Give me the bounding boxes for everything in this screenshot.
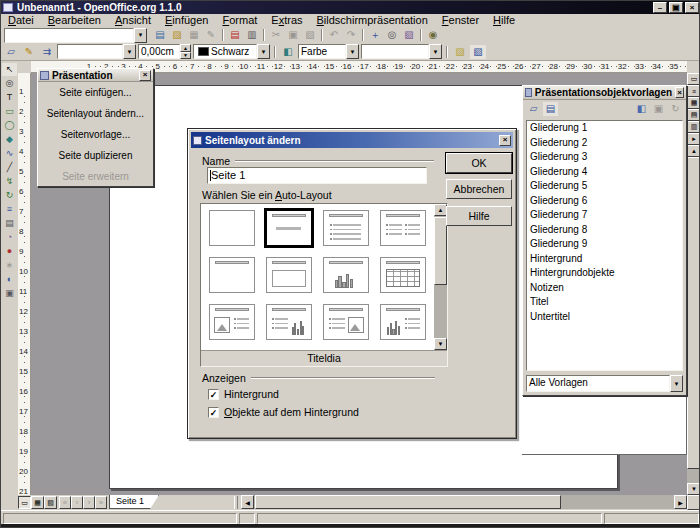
style-filter-dropdown-icon[interactable]: ▼	[670, 375, 683, 392]
line-style-combobox[interactable]: ▼	[57, 44, 136, 59]
layout-option-blank[interactable]	[209, 210, 255, 246]
restore-button[interactable]: ▣	[669, 2, 683, 13]
style-item[interactable]: Gliederung 8	[527, 223, 682, 238]
presentation-toolbar-titlebar[interactable]: Präsentation ×	[38, 69, 153, 82]
interaction-icon[interactable]: ●	[2, 245, 17, 258]
presentation-command-seite-duplizieren[interactable]: Seite duplizieren	[38, 145, 153, 166]
presentation-toolbar-close-icon[interactable]: ×	[139, 70, 151, 81]
style-item[interactable]: Gliederung 5	[527, 179, 682, 194]
line-width-down-icon[interactable]: ▼	[180, 52, 191, 60]
gallery-icon[interactable]: ▧	[401, 28, 417, 42]
presentation-command-seitenvorlage[interactable]: Seitenvorlage...	[38, 124, 153, 145]
handout-view-button[interactable]: ▥	[687, 121, 700, 133]
rotate-icon[interactable]: ↻	[2, 189, 17, 202]
effects-icon[interactable]: ◔	[2, 231, 17, 244]
arrange-icon[interactable]: ▤	[2, 217, 17, 230]
navigator-icon[interactable]: ＋	[367, 28, 383, 42]
name-input[interactable]: Seite 1	[207, 167, 427, 184]
menu-hilfe[interactable]: Hilfe	[486, 14, 522, 27]
layout-option-title-text-clipart[interactable]	[323, 304, 369, 340]
page-mode-button[interactable]: ▭	[18, 496, 31, 509]
update-style-icon[interactable]: ↻	[668, 102, 683, 116]
stylist-close-icon[interactable]: ×	[675, 87, 684, 98]
zoom-tool-icon[interactable]: ◎	[2, 77, 17, 90]
style-item[interactable]: Hintergrund	[527, 252, 682, 267]
close-button[interactable]: ×	[685, 2, 699, 13]
fill-color-combobox[interactable]: ▼	[361, 44, 442, 59]
zoom-icon[interactable]: ◎	[384, 28, 400, 42]
checkbox-hintergrund[interactable]: ✓Hintergrund	[208, 388, 279, 400]
arrow-style-icon[interactable]: ⇉	[39, 45, 55, 59]
presentation-command-seitenlayout-ndern[interactable]: Seitenlayout ändern...	[38, 103, 153, 124]
layout-option-title-clipart-text[interactable]	[209, 304, 255, 340]
style-filter-combobox[interactable]: Alle Vorlagen ▼	[526, 375, 683, 392]
page-tab-seite-1[interactable]: Seite 1	[109, 495, 159, 509]
dialog-titlebar[interactable]: Seitenlayout ändern ×	[191, 132, 513, 148]
shadow-icon[interactable]: ▨	[452, 45, 468, 59]
window-titlebar[interactable]: Unbenannt1 - OpenOffice.org 1.1.0 – ▣ ×	[1, 1, 700, 14]
layout-list[interactable]: ▲ ▼ Titeldia	[200, 203, 448, 367]
checkbox-box[interactable]: ✓	[208, 407, 219, 418]
style-item[interactable]: Gliederung 2	[527, 136, 682, 151]
line-width-stepper[interactable]: 0,00cm ▲ ▼	[138, 44, 191, 59]
layout-option-title-two-text[interactable]	[380, 210, 426, 246]
animation-icon[interactable]: ∗	[2, 259, 17, 272]
rotation-mode-icon[interactable]: ▧	[470, 45, 486, 59]
print-icon[interactable]: ▥	[244, 28, 260, 42]
fill-type-combobox[interactable]: Farbe ▼	[298, 44, 359, 59]
menu-ansicht[interactable]: Ansicht	[108, 14, 158, 27]
outline-view-button[interactable]: ≡	[687, 85, 700, 97]
scroll-down-icon[interactable]: ▼	[434, 338, 447, 350]
layout-option-title-chart[interactable]	[323, 257, 369, 293]
graphic-styles-icon[interactable]: ▱	[526, 102, 541, 116]
menu-bearbeiten[interactable]: Bearbeiten	[41, 14, 108, 27]
stylist-titlebar[interactable]: Präsentationsobjektvorlagen ×	[523, 86, 686, 100]
layout-option-title-text[interactable]	[323, 210, 369, 246]
lines-arrows-icon[interactable]: ╱	[2, 161, 17, 174]
url-combobox[interactable]: ▼	[4, 28, 147, 43]
menu-bildschirmprsentation[interactable]: Bildschirmpräsentation	[310, 14, 435, 27]
menu-fenster[interactable]: Fenster	[435, 14, 486, 27]
slides-view-button[interactable]: ▦	[687, 97, 700, 109]
layout-option-title-only[interactable]	[209, 257, 255, 293]
layout-option-title-frame[interactable]	[266, 257, 312, 293]
edit-points-icon[interactable]: ▱	[3, 45, 19, 59]
vertical-ruler[interactable]: 123456789101112131415161718192021	[18, 73, 31, 495]
url-dropdown-icon[interactable]: ▼	[134, 28, 147, 43]
text-tool-icon[interactable]: T	[2, 91, 17, 104]
notes-view-button[interactable]: ▤	[687, 109, 700, 121]
cancel-button[interactable]: Abbrechen	[446, 179, 512, 199]
new-style-icon[interactable]: ▣	[651, 102, 666, 116]
presentation-command-seite-einf-gen[interactable]: Seite einfügen...	[38, 82, 153, 103]
export-pdf-icon[interactable]: ▤	[227, 28, 243, 42]
menu-einfgen[interactable]: Einfügen	[158, 14, 215, 27]
ok-button[interactable]: OK	[446, 153, 512, 173]
style-item[interactable]: Gliederung 1	[527, 121, 682, 136]
layout-option-title-table[interactable]	[380, 257, 426, 293]
line-color-dropdown-icon[interactable]: ▼	[257, 44, 270, 59]
scrollbar-thumb[interactable]	[255, 495, 561, 509]
layout-option-title-chart-text[interactable]	[380, 304, 426, 340]
vertical-scrollbar[interactable]: ▭≡▦▤▥▸▲▼	[687, 61, 700, 495]
alignment-icon[interactable]: ≡	[2, 203, 17, 216]
presentation-styles-icon[interactable]: ▤	[543, 102, 558, 116]
curve-tool-icon[interactable]: ∿	[2, 147, 17, 160]
fill-type-dropdown-icon[interactable]: ▼	[346, 44, 359, 59]
style-item[interactable]: Hintergrundobjekte	[527, 266, 682, 281]
layout-option-title-content[interactable]	[266, 210, 312, 246]
line-color-combobox[interactable]: Schwarz ▼	[193, 44, 270, 59]
checkbox-objekte-auf-dem-hintergrund[interactable]: ✓Objekte auf dem Hintergrund	[208, 406, 359, 418]
style-item[interactable]: Gliederung 6	[527, 194, 682, 209]
fill-style-icon[interactable]: ◧	[280, 45, 296, 59]
layout-option-title-text-chart[interactable]	[266, 304, 312, 340]
scrollbar-thumb[interactable]	[434, 217, 447, 285]
fill-format-mode-icon[interactable]: ◧	[634, 102, 649, 116]
checkbox-box[interactable]: ✓	[208, 389, 219, 400]
style-item[interactable]: Gliederung 4	[527, 165, 682, 180]
fill-color-dropdown-icon[interactable]: ▼	[429, 44, 442, 59]
menu-extras[interactable]: Extras	[264, 14, 309, 27]
scroll-left-icon[interactable]: ◀	[241, 495, 254, 509]
drawing-view-button[interactable]: ▭	[687, 73, 700, 85]
pen-icon[interactable]: ✎	[21, 45, 37, 59]
dialog-close-icon[interactable]: ×	[499, 135, 511, 146]
